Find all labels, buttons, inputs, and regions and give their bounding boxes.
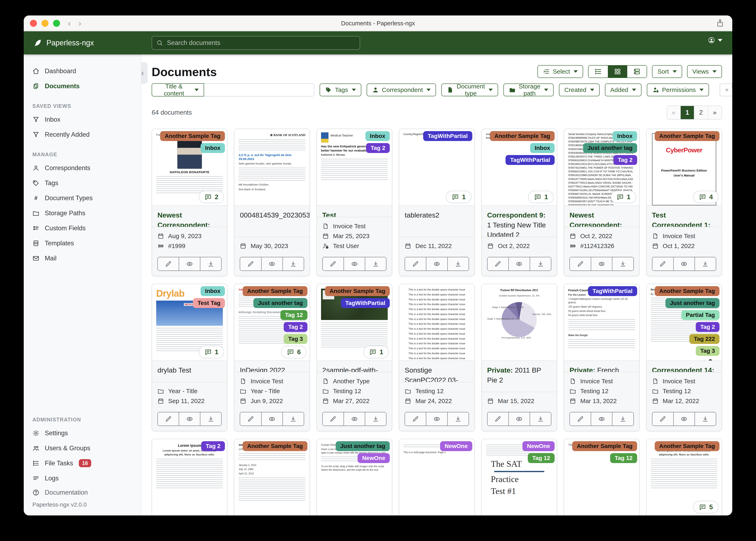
download-document-button[interactable]: [612, 257, 633, 270]
notes-badge[interactable]: 6: [281, 346, 307, 358]
sort-button[interactable]: Sort: [652, 65, 682, 78]
edit-document-button[interactable]: [240, 257, 261, 270]
notes-badge[interactable]: 1: [528, 191, 554, 203]
document-thumbnail[interactable]: ⊛ BANK OF SCOTLAND2,0 % p. a. auf Ihr Ta…: [234, 129, 309, 206]
filter-query-input[interactable]: [204, 83, 314, 97]
tag-chip[interactable]: Tag 3: [284, 334, 307, 344]
tag-chip[interactable]: Inbox: [365, 131, 390, 141]
filter-storage-path-button[interactable]: Storage path: [503, 84, 554, 96]
document-correspondent[interactable]: Correspondent 14:: [652, 366, 714, 372]
sidebar-item-document-types[interactable]: #Document Types: [24, 191, 141, 206]
app-logo[interactable]: Paperless-ngx: [33, 38, 94, 48]
document-thumbnail[interactable]: Another Sample TagTagWithPartial1: [317, 284, 392, 361]
document-title[interactable]: Private: French Country Bread Revised.do…: [569, 365, 634, 372]
download-document-button[interactable]: [530, 412, 551, 425]
filter-tags-button[interactable]: Tags: [320, 84, 361, 96]
view-document-button[interactable]: [591, 257, 612, 270]
document-thumbnail[interactable]: one,1.0five,5.0Another Sample TagInboxTa…: [482, 129, 557, 206]
view-document-button[interactable]: [591, 412, 612, 425]
pagination-page-1[interactable]: 1: [681, 106, 694, 119]
view-document-button[interactable]: [426, 257, 448, 270]
share-icon[interactable]: [715, 18, 725, 29]
view-document-button[interactable]: [344, 412, 365, 425]
download-document-button[interactable]: [612, 412, 633, 425]
view-document-button[interactable]: [262, 412, 283, 425]
tag-chip[interactable]: NewOne: [522, 441, 555, 451]
document-thumbnail[interactable]: Country,Region/State,"TagWithPartial1: [399, 129, 474, 206]
tag-chip[interactable]: Inbox: [530, 143, 555, 153]
sidebar-item-recently-added[interactable]: Recently Added: [24, 127, 141, 142]
document-thumbnail[interactable]: Review of Arbitral Awards Certainty of A…: [647, 284, 722, 361]
document-title[interactable]: Test Correspondent 1: [paperless] test p…: [322, 210, 386, 217]
tag-chip[interactable]: Another Sample Tag: [655, 286, 719, 296]
document-correspondent[interactable]: Test Correspondent 1:: [652, 211, 710, 227]
document-card[interactable]: The SATPracticeTest #1NewOneTag 12: [481, 439, 557, 515]
view-document-button[interactable]: [179, 257, 200, 270]
document-thumbnail[interactable]: This is a testAnother Sample TagTag 12: [564, 439, 639, 515]
tag-chip[interactable]: Another Sample Tag: [655, 441, 719, 451]
tag-chip[interactable]: NewOne: [440, 441, 472, 451]
edit-document-button[interactable]: [158, 412, 179, 425]
sidebar-item-users-groups[interactable]: Users & Groups: [24, 441, 141, 456]
edit-document-button[interactable]: [323, 412, 344, 425]
download-document-button[interactable]: [530, 257, 551, 270]
tag-chip[interactable]: Another Sample Tag: [160, 131, 225, 141]
tag-chip[interactable]: Tag 12: [528, 453, 555, 463]
document-thumbnail[interactable]: Lorem ipsumLorem ipsum dolor sit amet, c…: [152, 439, 227, 515]
edit-document-button[interactable]: [158, 257, 179, 270]
view-document-button[interactable]: [674, 412, 695, 425]
filter-document-type-button[interactable]: Document type: [441, 84, 498, 96]
edit-document-button[interactable]: [488, 412, 509, 425]
tag-chip[interactable]: Tag 3: [696, 346, 719, 356]
document-card[interactable]: one,1.0five,5.0Another Sample TagInboxTa…: [481, 129, 557, 276]
pagination-page-2[interactable]: 2: [694, 106, 708, 119]
tag-chip[interactable]: Tag 12: [280, 310, 307, 320]
document-card[interactable]: Review of Arbitral Awards Certainty of A…: [646, 284, 722, 431]
tag-chip[interactable]: Just another tag: [665, 298, 719, 308]
document-card[interactable]: ■■■ Test Name123-456-7890January 2, 2022…: [234, 439, 310, 515]
document-title[interactable]: Test Correspondent 1: UM_PPBE_en_v29: [652, 210, 716, 227]
document-card[interactable]: DrylabNETFLIXInboxTest Tag1drylab TestYe…: [152, 284, 227, 431]
tag-chip[interactable]: Another Sample Tag: [243, 286, 307, 296]
download-document-button[interactable]: [200, 412, 221, 425]
document-card[interactable]: This is a testAnother Sample TagTag 12: [564, 439, 639, 515]
sidebar-item-custom-fields[interactable]: Custom Fields: [24, 221, 141, 236]
view-document-button[interactable]: [344, 257, 365, 270]
sidebar-item-dashboard[interactable]: Dashboard: [24, 64, 141, 79]
document-card[interactable]: Lorem ipsumLorem ipsum dolor sit amet, c…: [152, 439, 227, 515]
tag-chip[interactable]: Tag 2: [201, 441, 225, 451]
tag-chip[interactable]: Inbox: [613, 131, 637, 141]
notes-badge[interactable]: 1: [446, 191, 471, 203]
document-title[interactable]: Newest Correspondent: H7_Napoleon_Bonapa…: [157, 210, 222, 227]
document-card[interactable]: Lorem ipsumLorem ipsum dolor sit amet, c…: [646, 439, 722, 515]
document-thumbnail[interactable]: Lorem ipsumLorem ipsum dolor sit amet, c…: [647, 439, 722, 515]
document-thumbnail[interactable]: This is a multi page document. Page 1.Ne…: [399, 439, 474, 515]
document-thumbnail[interactable]: This is a test for the double space char…: [399, 284, 474, 361]
document-card[interactable]: AdobeInDesign Scripting DocumentationAno…: [234, 284, 310, 431]
sidebar-item-mail[interactable]: Mail: [24, 251, 141, 266]
tag-chip[interactable]: TagWithPartial: [588, 286, 637, 296]
sidebar-item-correspondents[interactable]: Correspondents: [24, 161, 141, 176]
tag-chip[interactable]: Inbox: [201, 286, 225, 296]
sidebar-item-logs[interactable]: Logs: [24, 471, 141, 486]
sidebar-item-storage-paths[interactable]: Storage Paths: [24, 206, 141, 221]
download-document-button[interactable]: [448, 257, 469, 270]
tag-chip[interactable]: Another Sample Tag: [572, 441, 637, 451]
document-title[interactable]: Sonstige ScanPC2022 03-24_081058: [405, 365, 469, 382]
edit-document-button[interactable]: [570, 412, 591, 425]
tag-chip[interactable]: TagWithPartial: [341, 298, 390, 308]
download-document-button[interactable]: [695, 257, 716, 270]
tag-chip[interactable]: Another Sample Tag: [655, 131, 719, 141]
download-document-button[interactable]: [365, 412, 386, 425]
document-correspondent[interactable]: Correspondent 9:: [487, 211, 546, 219]
notes-badge[interactable]: 1: [199, 346, 224, 358]
view-document-button[interactable]: [674, 257, 695, 270]
download-document-button[interactable]: [283, 412, 304, 425]
sidebar-item-inbox[interactable]: Inbox: [24, 112, 141, 127]
document-card[interactable]: French Country BreadFor the Leaven1 heap…: [564, 284, 639, 431]
document-title[interactable]: Correspondent 9: 1 Testing New Title Upd…: [487, 210, 551, 237]
notes-badge[interactable]: 1: [363, 346, 389, 358]
edit-document-button[interactable]: [570, 257, 591, 270]
notes-badge[interactable]: 2: [199, 191, 224, 203]
document-correspondent[interactable]: Test Correspondent 1:: [322, 211, 381, 217]
